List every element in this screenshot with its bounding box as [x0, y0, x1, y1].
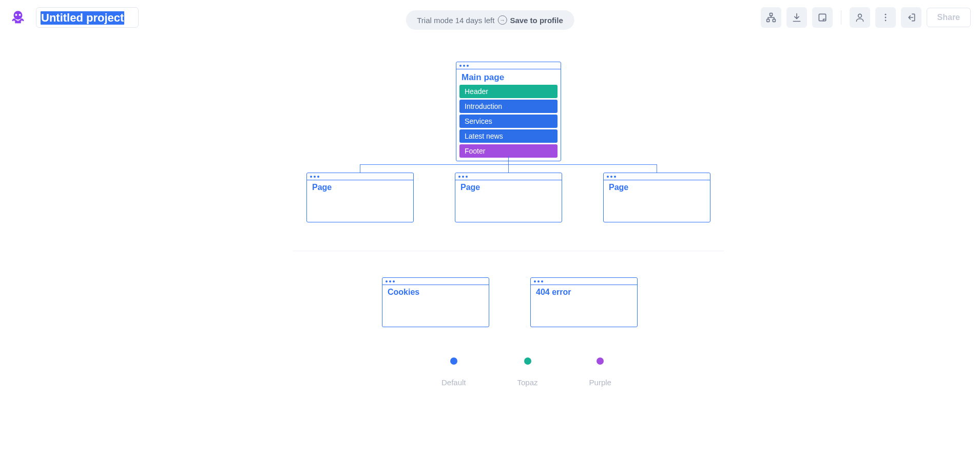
legend-label: Topaz [517, 378, 538, 387]
child-page-card[interactable]: Page [455, 173, 562, 222]
svg-point-2 [19, 14, 21, 16]
user-icon[interactable] [850, 7, 870, 28]
legend-label: Default [441, 378, 466, 387]
svg-point-1 [15, 14, 17, 16]
connector [657, 164, 657, 173]
card-header [531, 278, 637, 285]
svg-point-10 [885, 20, 886, 21]
card-header [382, 278, 489, 285]
card-header [604, 173, 710, 180]
page-section[interactable]: Header [459, 85, 558, 98]
connector [508, 156, 509, 164]
top-bar-left [9, 7, 139, 28]
legend-item[interactable]: Default [441, 357, 466, 387]
download-icon[interactable] [786, 7, 807, 28]
color-swatch-icon [524, 357, 531, 365]
child-page-card[interactable]: Page [603, 173, 710, 222]
svg-rect-6 [819, 14, 825, 21]
card-header [455, 173, 562, 180]
card-title[interactable]: 404 error [531, 285, 637, 299]
connector [360, 164, 360, 173]
exit-icon[interactable] [901, 7, 921, 28]
legend-label: Purple [589, 378, 611, 387]
color-legend: DefaultTopazPurple [441, 357, 611, 387]
trial-mode-chip[interactable]: Trial mode 14 days left → Save to profil… [406, 10, 574, 30]
svg-point-0 [14, 11, 23, 20]
top-bar-center: Trial mode 14 days left → Save to profil… [406, 10, 574, 30]
top-bar-right: Share [761, 7, 971, 28]
card-header [307, 173, 413, 180]
page-section[interactable]: Latest news [459, 129, 558, 143]
card-title[interactable]: Main page [456, 69, 561, 85]
card-header [456, 62, 561, 69]
svg-point-7 [858, 14, 861, 17]
card-title[interactable]: Page [307, 180, 413, 195]
svg-point-9 [885, 17, 886, 18]
main-page-card[interactable]: Main page HeaderIntroductionServicesLate… [456, 62, 561, 161]
sitemap-canvas[interactable]: Main page HeaderIntroductionServicesLate… [0, 36, 980, 453]
legend-item[interactable]: Purple [589, 357, 611, 387]
arrow-right-icon: → [497, 15, 507, 25]
connector [508, 164, 509, 173]
main-page-sections: HeaderIntroductionServicesLatest newsFoo… [456, 85, 561, 161]
svg-point-8 [885, 14, 886, 15]
app-logo-icon[interactable] [9, 9, 27, 26]
extra-page-card[interactable]: Cookies [382, 277, 489, 327]
color-swatch-icon [450, 357, 457, 365]
more-menu-icon[interactable] [875, 7, 896, 28]
color-swatch-icon [597, 357, 604, 365]
extra-page-card[interactable]: 404 error [530, 277, 638, 327]
card-title[interactable]: Page [604, 180, 710, 195]
card-title[interactable]: Page [455, 180, 562, 195]
share-button[interactable]: Share [927, 8, 971, 27]
note-icon[interactable] [812, 7, 833, 28]
trial-mode-text: Trial mode 14 days left [417, 16, 494, 25]
canvas-divider [293, 251, 724, 251]
toolbar-divider [841, 10, 841, 25]
legend-item[interactable]: Topaz [517, 357, 538, 387]
save-to-profile-text: Save to profile [510, 16, 563, 25]
sitemap-view-icon[interactable] [761, 7, 781, 28]
child-page-card[interactable]: Page [306, 173, 414, 222]
page-section[interactable]: Services [459, 115, 558, 128]
project-title-input[interactable] [36, 7, 139, 28]
card-title[interactable]: Cookies [382, 285, 489, 299]
page-section[interactable]: Introduction [459, 100, 558, 113]
